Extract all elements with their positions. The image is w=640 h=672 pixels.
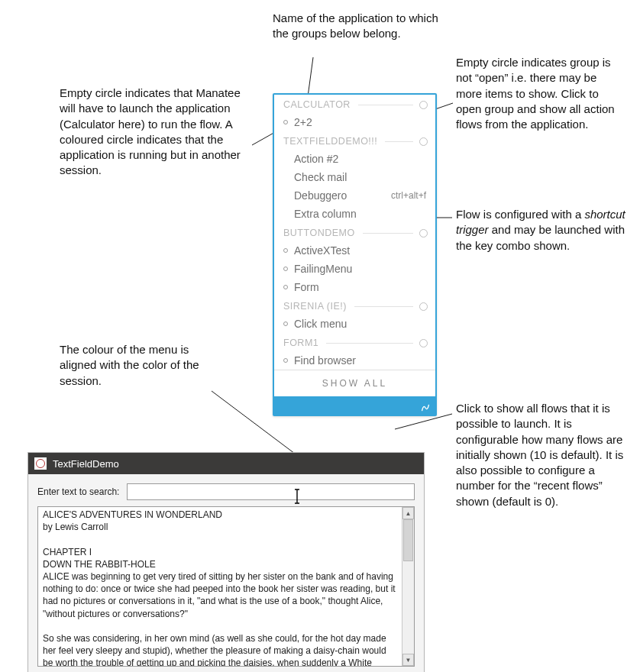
group-header-calculator[interactable]: CALCULATOR [274, 95, 435, 113]
group-label: FORM1 [283, 338, 318, 348]
annotation-shortcut: Flow is configured with a shortcut trigg… [456, 207, 625, 254]
flow-label: ActiveXTest [294, 244, 426, 257]
scroll-down-button[interactable]: ▼ [402, 654, 414, 666]
flow-item[interactable]: Check mail [274, 168, 435, 186]
flow-item[interactable]: ActiveXTest [274, 241, 435, 260]
textarea-content: ALICE'S ADVENTURES IN WONDERLAND by Lewi… [38, 507, 401, 666]
show-all-button[interactable]: SHOW ALL [274, 370, 435, 396]
annotation-empty-circle-left: Empty circle indicates that Manatee will… [60, 86, 249, 179]
flow-label: Debuggero [294, 189, 391, 202]
flow-label: 2+2 [294, 116, 426, 128]
group-open-toggle-icon[interactable] [419, 229, 428, 237]
group-open-toggle-icon[interactable] [419, 101, 428, 109]
flow-status-dot-icon [283, 321, 288, 326]
scroll-up-button[interactable]: ▲ [402, 507, 414, 519]
annotation-empty-circle-right: Empty circle indicates group is not “ope… [456, 55, 625, 132]
textarea[interactable]: ALICE'S ADVENTURES IN WONDERLAND by Lewi… [37, 506, 415, 667]
flow-label: Find browser [294, 354, 426, 367]
app-icon [34, 457, 47, 470]
group-header-textfielddemo[interactable]: TEXTFIELDDEMO!!! [274, 131, 435, 150]
window-title: TextFieldDemo [53, 458, 119, 470]
flow-item[interactable]: 2+2 [274, 113, 435, 131]
group-open-toggle-icon[interactable] [419, 302, 428, 311]
group-divider-line [354, 306, 413, 307]
annotation-app-name: Name of the application to which the gro… [273, 11, 448, 42]
flow-label: Form [294, 281, 426, 293]
search-input[interactable] [127, 483, 415, 500]
flow-status-dot-icon [283, 248, 288, 253]
flow-label: Extra column [294, 208, 426, 220]
flow-item[interactable]: Debuggero ctrl+alt+f [274, 186, 435, 205]
group-open-toggle-icon[interactable] [419, 339, 428, 347]
flow-menu: CALCULATOR 2+2 TEXTFIELDDEMO!!! Action #… [273, 93, 437, 416]
annotation-menu-color: The colour of the menu is aligned with t… [60, 342, 228, 389]
flow-label: Click menu [294, 318, 426, 330]
group-label: SIRENIA (IE!) [283, 301, 347, 312]
group-divider-line [326, 343, 413, 344]
group-divider-line [358, 105, 413, 105]
flow-label: Action #2 [294, 153, 426, 165]
flow-item[interactable]: Click menu [274, 315, 435, 333]
scroll-thumb[interactable] [403, 519, 413, 561]
group-open-toggle-icon[interactable] [419, 137, 428, 146]
flow-item[interactable]: Find browser [274, 351, 435, 370]
flow-shortcut: ctrl+alt+f [391, 190, 426, 201]
flow-item[interactable]: FailingMenu [274, 260, 435, 278]
group-header-sirenia[interactable]: SIRENIA (IE!) [274, 296, 435, 315]
group-label: CALCULATOR [283, 99, 351, 110]
session-color-bar [274, 396, 435, 415]
flow-item[interactable]: Extra column [274, 205, 435, 223]
flow-status-dot-icon [283, 285, 288, 289]
textfielddemo-window: TextFieldDemo Enter text to search: ALIC… [27, 452, 425, 672]
group-label: BUTTONDEMO [283, 228, 355, 238]
group-header-buttondemo[interactable]: BUTTONDEMO [274, 223, 435, 241]
group-header-form1[interactable]: FORM1 [274, 333, 435, 351]
flow-status-dot-icon [283, 120, 288, 124]
flow-label: Check mail [294, 171, 426, 183]
group-divider-line [363, 233, 413, 234]
annotation-show-all: Click to show all flows that it is possi… [456, 401, 625, 509]
window-titlebar[interactable]: TextFieldDemo [28, 453, 424, 474]
svg-line-5 [395, 414, 452, 429]
session-bar-icon [420, 402, 431, 413]
flow-item[interactable]: Action #2 [274, 150, 435, 168]
group-divider-line [385, 141, 413, 142]
flow-status-dot-icon [283, 358, 288, 363]
flow-label: FailingMenu [294, 263, 426, 275]
flow-status-dot-icon [283, 267, 288, 271]
group-label: TEXTFIELDDEMO!!! [283, 136, 377, 147]
flow-item[interactable]: Form [274, 278, 435, 296]
search-label: Enter text to search: [37, 486, 119, 497]
scrollbar[interactable]: ▲ ▼ [402, 507, 414, 666]
scroll-track[interactable] [402, 519, 414, 654]
